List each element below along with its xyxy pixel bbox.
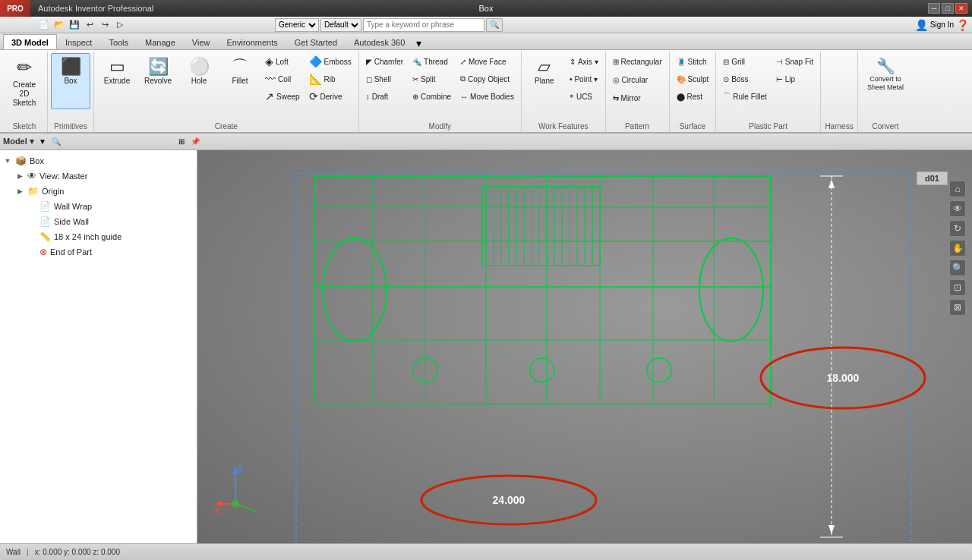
fillet-button[interactable]: ⌒ Fillet xyxy=(220,53,260,109)
redo-button[interactable]: ↪ xyxy=(97,18,112,32)
tree-item-view-master[interactable]: ▶ 👁 View: Master xyxy=(0,168,197,184)
derive-button[interactable]: ⟳Derive xyxy=(305,88,355,105)
search-tree-icon[interactable]: 🔍 xyxy=(51,137,62,147)
tab-environments[interactable]: Environments xyxy=(218,34,286,49)
revolve-button[interactable]: 🔄 Revolve xyxy=(138,53,178,109)
side-wall-label: Side Wall xyxy=(54,217,89,226)
rotate-view-button[interactable]: ↻ xyxy=(949,220,966,237)
stitch-button[interactable]: 🧵Stitch xyxy=(673,53,713,70)
tree-item-box[interactable]: ▼ 📦 Box xyxy=(0,153,197,168)
close-button[interactable]: ✕ xyxy=(955,3,967,14)
svg-text:24.000: 24.000 xyxy=(493,494,525,506)
open-button[interactable]: 📂 xyxy=(52,18,67,32)
dim-v-arrow-top xyxy=(828,179,835,188)
tab-get-started[interactable]: Get Started xyxy=(286,34,346,49)
loft-icon: ◈ xyxy=(265,55,273,68)
rib-button[interactable]: 📐Rib xyxy=(305,71,355,87)
tree-item-end-of-part[interactable]: ▶ ⊗ End of Part xyxy=(0,244,197,260)
snap-fit-button[interactable]: ⊣Snap Fit xyxy=(772,53,817,70)
expander-box: ▼ xyxy=(3,157,12,165)
hole-button[interactable]: ⚪ Hole xyxy=(179,53,219,109)
convert-label: Convert xyxy=(861,121,910,132)
minimize-button[interactable]: ─ xyxy=(928,3,940,14)
modify-group-label: Modify xyxy=(362,121,518,132)
pattern-circ-button[interactable]: ◎Circular xyxy=(609,71,666,88)
more-tabs-button[interactable]: ▾ xyxy=(416,37,421,49)
harness-label: Harness xyxy=(824,121,854,132)
fit-window-button[interactable]: ⊠ xyxy=(949,299,966,316)
thread-button[interactable]: 🔩Thread xyxy=(409,53,455,70)
search-button[interactable]: 🔍 xyxy=(486,18,503,32)
tree-item-guide[interactable]: ▶ 📏 18 x 24 inch guide xyxy=(0,229,197,244)
rest-button[interactable]: ⬤Rest xyxy=(673,88,713,105)
extrude-button[interactable]: ▭ Extrude xyxy=(97,53,137,109)
sweep-button[interactable]: ↗Sweep xyxy=(261,88,304,105)
svg-text:X: X xyxy=(214,506,220,515)
combine-button[interactable]: ⊕Combine xyxy=(409,88,455,105)
tab-tools[interactable]: Tools xyxy=(100,34,137,49)
tab-inspect[interactable]: Inspect xyxy=(57,34,100,49)
coil-button[interactable]: 〰Coil xyxy=(261,71,304,87)
save-button[interactable]: 💾 xyxy=(67,18,82,32)
axis-button[interactable]: ⇕Axis ▾ xyxy=(566,53,602,70)
surface-label: Surface xyxy=(673,121,713,132)
maximize-button[interactable]: □ xyxy=(942,3,954,14)
expand-panel-icon[interactable]: ⊞ xyxy=(176,137,187,147)
move-bodies-button[interactable]: ↔Move Bodies xyxy=(456,88,518,105)
generic-dropdown[interactable]: Generic xyxy=(275,18,319,32)
home-view-button[interactable]: ⌂ xyxy=(949,181,966,197)
tab-3d-model[interactable]: 3D Model xyxy=(3,34,57,49)
filter-icon[interactable]: ▼ xyxy=(37,137,48,147)
mirror-button[interactable]: ⇆Mirror xyxy=(609,90,666,106)
loft-button[interactable]: ◈Loft xyxy=(261,53,304,70)
look-at-button[interactable]: 👁 xyxy=(949,200,966,217)
plane-button[interactable]: ▱ Plane xyxy=(525,53,564,109)
search-input[interactable] xyxy=(363,18,484,32)
help-icon[interactable]: ❓ xyxy=(956,19,969,31)
viewport[interactable]: 18.000 24.000 d01 Z X xyxy=(197,150,972,543)
zoom-button[interactable]: 🔍 xyxy=(949,260,966,276)
ribbon-group-surface: 🧵Stitch 🎨Sculpt ⬤Rest Surface xyxy=(670,52,717,132)
guide-icon: 📏 xyxy=(39,231,51,242)
tree-item-origin[interactable]: ▶ 📁 Origin xyxy=(0,184,197,199)
emboss-button[interactable]: 🔷Emboss xyxy=(305,53,355,70)
pattern-rect-button[interactable]: ⊞Rectangular xyxy=(609,53,666,70)
lip-button[interactable]: ⊢Lip xyxy=(772,71,817,87)
undo-button[interactable]: ↩ xyxy=(82,18,97,32)
right-oval xyxy=(699,238,763,341)
new-button[interactable]: 📄 xyxy=(36,18,52,32)
tab-view[interactable]: View xyxy=(184,34,219,49)
copy-object-button[interactable]: ⧉Copy Object xyxy=(456,71,518,87)
point-button[interactable]: •Point ▾ xyxy=(566,71,602,87)
pro-badge: PRO xyxy=(0,0,30,17)
tab-autodesk-360[interactable]: Autodesk 360 xyxy=(346,34,413,49)
combine-icon: ⊕ xyxy=(412,93,418,101)
zoom-all-button[interactable]: ⊡ xyxy=(949,279,966,296)
split-button[interactable]: ✂Split xyxy=(409,71,455,87)
chamfer-button[interactable]: ◤Chamfer xyxy=(362,53,407,70)
tab-manage[interactable]: Manage xyxy=(137,34,184,49)
default-dropdown[interactable]: Default xyxy=(320,18,361,32)
svg-text:Z: Z xyxy=(238,464,243,473)
ucs-button[interactable]: ⌖UCS xyxy=(566,88,602,105)
shell-button[interactable]: ◻Shell xyxy=(362,71,407,87)
tree-item-wall-wrap[interactable]: ▶ 📄 Wall Wrap xyxy=(0,199,197,214)
convert-sheet-metal-button[interactable]: 🔧 Convert to Sheet Metal xyxy=(861,53,910,109)
tree-item-side-wall[interactable]: ▶ 📄 Side Wall xyxy=(0,214,197,229)
lip-icon: ⊢ xyxy=(776,75,783,83)
model-panel-tab[interactable]: Model ▾ xyxy=(3,137,34,146)
move-face-button[interactable]: ⤢Move Face xyxy=(456,53,518,70)
create-2d-sketch-button[interactable]: ✏ Create 2D Sketch xyxy=(5,53,44,109)
view-label: View: Master xyxy=(39,171,87,181)
sculpt-button[interactable]: 🎨Sculpt xyxy=(673,71,713,87)
grill-button[interactable]: ⊟Grill xyxy=(719,53,770,70)
box-button[interactable]: ⬛ Box xyxy=(51,53,90,109)
boss-button[interactable]: ⊙Boss xyxy=(719,71,770,87)
draft-button[interactable]: ↕Draft xyxy=(362,88,407,105)
pin-icon[interactable]: 📌 xyxy=(190,137,200,147)
select-button[interactable]: ▷ xyxy=(112,18,128,32)
rule-fillet-button[interactable]: ⌒Rule Fillet xyxy=(719,88,770,105)
pan-button[interactable]: ✋ xyxy=(949,240,966,256)
sign-in-label[interactable]: Sign In xyxy=(930,20,954,29)
sweep-icon: ↗ xyxy=(265,90,274,102)
